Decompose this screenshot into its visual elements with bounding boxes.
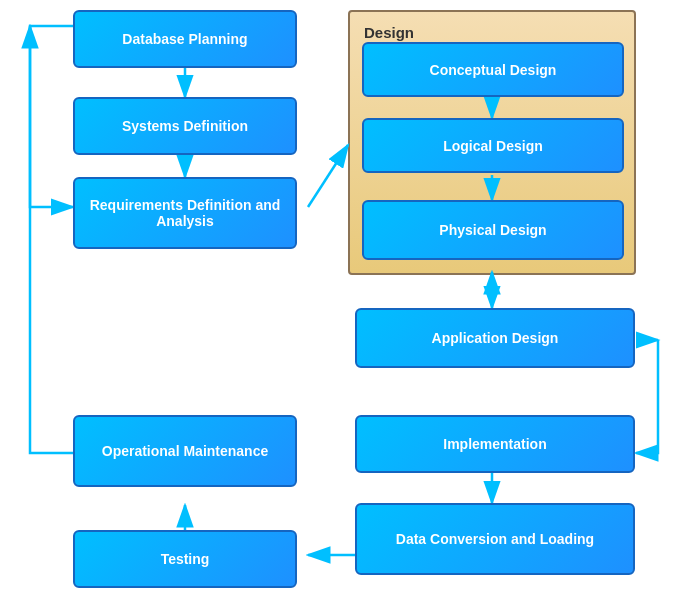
database-planning-box: Database Planning: [73, 10, 297, 68]
application-design-box: Application Design: [355, 308, 635, 368]
design-group-label: Design: [364, 24, 414, 41]
physical-design-box: Physical Design: [362, 200, 624, 260]
conceptual-design-box: Conceptual Design: [362, 42, 624, 97]
requirements-box: Requirements Definition and Analysis: [73, 177, 297, 249]
data-conversion-box: Data Conversion and Loading: [355, 503, 635, 575]
testing-box: Testing: [73, 530, 297, 588]
operational-maintenance-box: Operational Maintenance: [73, 415, 297, 487]
lifecycle-diagram: Design: [0, 0, 683, 608]
implementation-box: Implementation: [355, 415, 635, 473]
logical-design-box: Logical Design: [362, 118, 624, 173]
svg-line-4: [308, 145, 348, 207]
systems-definition-box: Systems Definition: [73, 97, 297, 155]
